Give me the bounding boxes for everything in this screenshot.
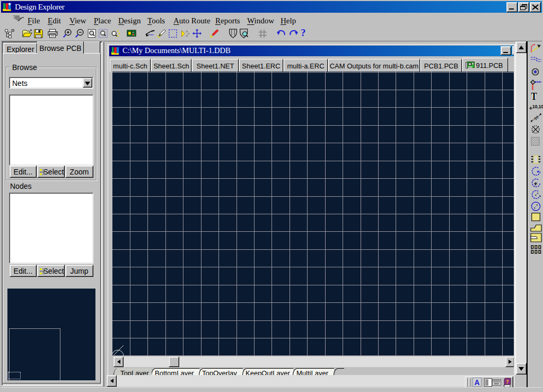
svg-text:?: ?: [506, 378, 509, 385]
svg-text:10: 10: [533, 115, 539, 121]
svg-text:10,10: 10,10: [532, 104, 543, 109]
